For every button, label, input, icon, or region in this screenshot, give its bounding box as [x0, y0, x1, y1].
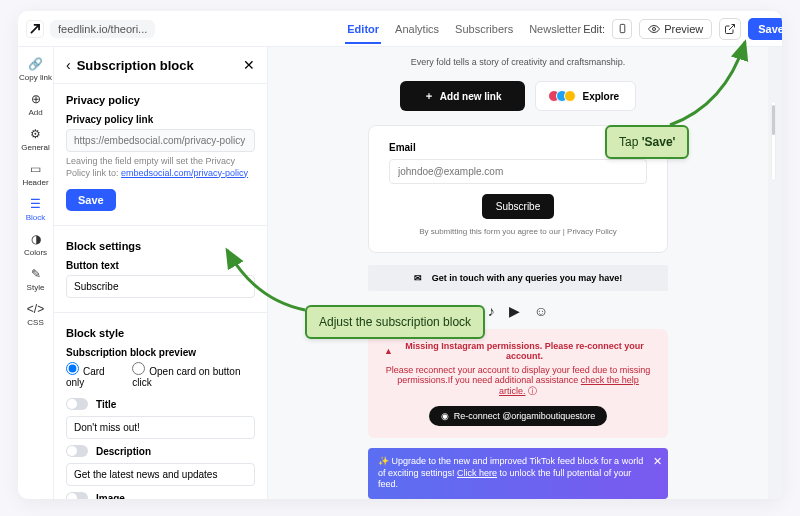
- privacy-link-input[interactable]: [66, 129, 255, 152]
- preview-canvas: Every fold tells a story of creativity a…: [268, 47, 782, 499]
- privacy-hint: Leaving the field empty will set the Pri…: [66, 156, 255, 179]
- subscribe-button[interactable]: Subscribe: [482, 194, 554, 219]
- rail-general[interactable]: ⚙General: [18, 123, 53, 156]
- privacy-default-link[interactable]: embedsocial.com/privacy-policy: [121, 168, 248, 178]
- privacy-link-label: Privacy policy link: [66, 114, 255, 125]
- device-toggle[interactable]: [612, 19, 632, 39]
- privacy-policy-link[interactable]: Privacy Policy: [567, 227, 617, 236]
- plus-circle-icon: ⊕: [29, 92, 43, 106]
- app-logo-icon: [26, 20, 44, 38]
- tab-analytics[interactable]: Analytics: [393, 14, 441, 44]
- youtube-icon[interactable]: ▶: [509, 303, 520, 319]
- description-toggle[interactable]: [66, 445, 88, 457]
- svg-point-1: [653, 27, 656, 30]
- promo-link[interactable]: Click here: [457, 468, 497, 478]
- explore-avatars-icon: [552, 90, 576, 102]
- open-external-button[interactable]: [719, 18, 741, 40]
- radio-open-on-click[interactable]: Open card on button click: [132, 362, 255, 388]
- reddit-icon[interactable]: ☺: [534, 303, 548, 319]
- link-icon: 🔗: [29, 57, 43, 71]
- callout-adjust: Adjust the subscription block: [305, 305, 485, 339]
- rail-copy-link[interactable]: 🔗Copy link: [18, 53, 53, 86]
- rail-header[interactable]: ▭Header: [18, 158, 53, 191]
- code-icon: </>: [29, 302, 43, 316]
- title-toggle-label: Title: [96, 399, 116, 410]
- privacy-section: Privacy policy: [66, 94, 255, 106]
- title-toggle[interactable]: [66, 398, 88, 410]
- svg-rect-0: [620, 24, 625, 32]
- preview-mode-label: Subscription block preview: [66, 347, 255, 358]
- save-button[interactable]: Save: [748, 18, 782, 40]
- description-input[interactable]: [66, 463, 255, 486]
- panel-title: Subscription block: [77, 58, 194, 73]
- preview-button[interactable]: Preview: [639, 19, 712, 39]
- add-new-link-button[interactable]: ＋Add new link: [400, 81, 526, 111]
- reconnect-button[interactable]: ◉Re-connect @origamiboutiquestore: [429, 406, 608, 426]
- app-window: feedlink.io/theori... Editor Analytics S…: [18, 11, 782, 499]
- url-address[interactable]: feedlink.io/theori...: [50, 20, 155, 38]
- info-icon: ⓘ: [528, 386, 537, 396]
- sidebar-rail: 🔗Copy link ⊕Add ⚙General ▭Header ☰Block …: [18, 47, 54, 499]
- wand-icon: ✎: [29, 267, 43, 281]
- envelope-icon: ✉: [414, 273, 422, 283]
- plus-icon: ＋: [424, 89, 434, 103]
- back-icon[interactable]: ‹: [66, 57, 71, 73]
- button-text-input[interactable]: [66, 275, 255, 298]
- canvas-scrollbar[interactable]: [771, 101, 776, 181]
- palette-icon: ◑: [29, 232, 43, 246]
- rail-css[interactable]: </>CSS: [18, 298, 53, 331]
- warning-icon: ▲: [384, 346, 393, 356]
- explore-button[interactable]: Explore: [535, 81, 636, 111]
- rail-colors[interactable]: ◑Colors: [18, 228, 53, 261]
- block-settings-section: Block settings: [66, 240, 255, 252]
- callout-save: Tap 'Save': [605, 125, 689, 159]
- contact-bar[interactable]: ✉Get in touch with any queries you may h…: [368, 265, 668, 291]
- panel-save-button[interactable]: Save: [66, 189, 116, 211]
- image-toggle[interactable]: [66, 492, 88, 499]
- block-style-section: Block style: [66, 327, 255, 339]
- topbar: feedlink.io/theori... Editor Analytics S…: [18, 11, 782, 47]
- rail-block[interactable]: ☰Block: [18, 193, 53, 226]
- edit-label: Edit:: [583, 23, 605, 35]
- radio-card-only[interactable]: Card only: [66, 362, 122, 388]
- tiktok-promo: ✨ Upgrade to the new and improved TikTok…: [368, 448, 668, 499]
- list-icon: ☰: [29, 197, 43, 211]
- button-text-label: Button text: [66, 260, 255, 271]
- tiktok-icon[interactable]: ♪: [488, 303, 495, 319]
- tab-newsletter[interactable]: Newsletter: [527, 14, 583, 44]
- settings-panel: ‹Subscription block ✕ Privacy policy Pri…: [54, 47, 268, 499]
- rail-style[interactable]: ✎Style: [18, 263, 53, 296]
- email-input[interactable]: [389, 159, 647, 184]
- instagram-warning: ▲Missing Instagram permissions. Please r…: [368, 329, 668, 438]
- description-toggle-label: Description: [96, 446, 151, 457]
- main-tabs: Editor Analytics Subscribers Newsletter: [345, 14, 583, 44]
- eye-icon: [648, 23, 660, 35]
- tab-editor[interactable]: Editor: [345, 14, 381, 44]
- image-toggle-label: Image: [96, 493, 125, 499]
- rail-add[interactable]: ⊕Add: [18, 88, 53, 121]
- tab-subscribers[interactable]: Subscribers: [453, 14, 515, 44]
- subscribe-disclaimer: By submitting this form you agree to our…: [389, 227, 647, 236]
- gear-icon: ⚙: [29, 127, 43, 141]
- instagram-icon: ◉: [441, 411, 449, 421]
- header-icon: ▭: [29, 162, 43, 176]
- title-input[interactable]: [66, 416, 255, 439]
- page-caption: Every fold tells a story of creativity a…: [368, 47, 668, 81]
- close-icon[interactable]: ✕: [243, 57, 255, 73]
- promo-close-icon[interactable]: ✕: [653, 454, 662, 468]
- external-link-icon: [724, 23, 736, 35]
